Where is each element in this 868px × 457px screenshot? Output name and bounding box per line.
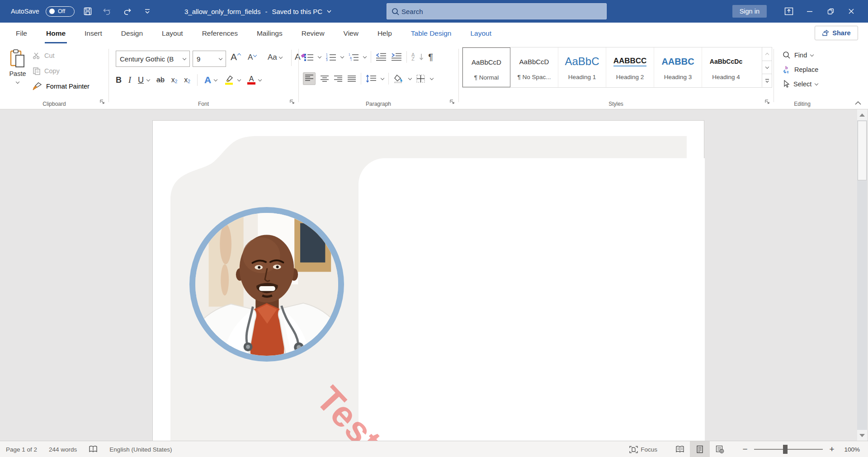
scroll-up-button[interactable] bbox=[857, 109, 867, 120]
format-painter-button[interactable]: Format Painter bbox=[33, 80, 90, 93]
select-button[interactable]: Select bbox=[783, 78, 818, 90]
styles-dialog-launcher[interactable] bbox=[764, 98, 770, 106]
page-number-indicator[interactable]: Page 1 of 2 bbox=[6, 446, 37, 453]
highlight-button[interactable] bbox=[224, 75, 235, 85]
subscript-button[interactable]: x2 bbox=[171, 76, 178, 84]
style-normal[interactable]: AaBbCcD ¶ Normal bbox=[462, 47, 510, 87]
align-left-button[interactable] bbox=[303, 72, 316, 85]
style-heading-3[interactable]: AABBC Heading 3 bbox=[654, 47, 702, 87]
proofing-status-button[interactable] bbox=[89, 445, 98, 453]
document-area[interactable]: Test bbox=[0, 109, 868, 441]
zoom-in-button[interactable]: + bbox=[827, 444, 836, 454]
customize-quick-access-toolbar-button[interactable] bbox=[141, 3, 154, 19]
tab-references[interactable]: References bbox=[193, 23, 247, 45]
numbered-list-chevron[interactable] bbox=[340, 54, 344, 58]
zoom-slider-thumb[interactable] bbox=[783, 445, 788, 454]
tab-help[interactable]: Help bbox=[368, 23, 401, 45]
text-effects-button[interactable]: A bbox=[204, 75, 211, 85]
underline-chevron[interactable] bbox=[146, 77, 150, 81]
font-color-button[interactable]: A bbox=[247, 75, 255, 85]
cut-button[interactable]: Cut bbox=[33, 49, 55, 62]
zoom-out-button[interactable]: − bbox=[741, 444, 750, 454]
grow-font-button[interactable]: A bbox=[231, 52, 241, 62]
paste-dropdown-chevron[interactable] bbox=[16, 80, 19, 84]
tab-mailings[interactable]: Mailings bbox=[247, 23, 292, 45]
select-chevron[interactable] bbox=[815, 81, 818, 85]
tab-table-layout[interactable]: Layout bbox=[461, 23, 501, 45]
borders-chevron[interactable] bbox=[430, 76, 434, 80]
increase-indent-icon[interactable] bbox=[391, 53, 402, 61]
styles-gallery-expand-button[interactable] bbox=[762, 74, 772, 87]
minimize-button[interactable] bbox=[799, 0, 820, 23]
styles-scroll-down-button[interactable] bbox=[762, 61, 772, 75]
sign-in-button[interactable]: Sign in bbox=[732, 5, 767, 18]
tab-file[interactable]: File bbox=[6, 23, 37, 45]
save-button[interactable] bbox=[81, 3, 94, 19]
vertical-scrollbar[interactable] bbox=[857, 109, 867, 441]
redo-button[interactable] bbox=[121, 3, 134, 19]
read-mode-button[interactable] bbox=[670, 441, 690, 457]
tab-table-design[interactable]: Table Design bbox=[401, 23, 461, 45]
font-size-combo[interactable]: 9 bbox=[193, 51, 226, 67]
bullet-list-icon[interactable] bbox=[304, 53, 314, 61]
align-right-icon[interactable] bbox=[334, 75, 343, 82]
tab-home[interactable]: Home bbox=[37, 23, 75, 45]
show-formatting-marks-button[interactable]: ¶ bbox=[428, 52, 433, 62]
italic-button[interactable]: I bbox=[128, 75, 131, 85]
collapse-ribbon-button[interactable] bbox=[854, 99, 862, 108]
web-layout-button[interactable] bbox=[710, 441, 730, 457]
focus-mode-button[interactable]: Focus bbox=[629, 446, 657, 453]
close-button[interactable] bbox=[841, 0, 862, 23]
document-page[interactable]: Test bbox=[152, 120, 704, 441]
clipboard-dialog-launcher[interactable] bbox=[99, 98, 105, 106]
undo-button[interactable] bbox=[101, 3, 114, 19]
bullet-list-chevron[interactable] bbox=[318, 54, 321, 58]
tab-design[interactable]: Design bbox=[112, 23, 152, 45]
text-effects-chevron[interactable] bbox=[214, 77, 217, 81]
line-spacing-chevron[interactable] bbox=[381, 76, 384, 80]
styles-scroll-up-button[interactable] bbox=[762, 47, 772, 61]
tab-layout[interactable]: Layout bbox=[152, 23, 193, 45]
search-input[interactable] bbox=[401, 8, 573, 15]
copy-button[interactable]: Copy bbox=[33, 65, 60, 77]
decrease-indent-icon[interactable] bbox=[376, 53, 387, 61]
bold-button[interactable]: B bbox=[116, 75, 122, 85]
ribbon-display-options-button[interactable] bbox=[778, 0, 799, 23]
shading-icon[interactable] bbox=[393, 74, 404, 83]
shading-chevron[interactable] bbox=[408, 76, 412, 80]
sort-button[interactable]: A Z bbox=[411, 53, 415, 61]
autosave-toggle[interactable]: Off bbox=[46, 6, 75, 17]
style-heading-1[interactable]: AaBbC Heading 1 bbox=[558, 47, 606, 87]
search-bar[interactable] bbox=[387, 3, 607, 19]
document-title[interactable]: 3_allow_only_form_fields - Saved to this… bbox=[184, 0, 331, 23]
replace-button[interactable]: b c Replace bbox=[783, 63, 818, 76]
find-chevron[interactable] bbox=[810, 52, 814, 56]
print-layout-button[interactable] bbox=[690, 441, 710, 457]
numbered-list-icon[interactable]: 1 2 3 bbox=[326, 53, 336, 61]
style-no-spacing[interactable]: AaBbCcD ¶ No Spac... bbox=[510, 47, 558, 87]
font-dialog-launcher[interactable] bbox=[289, 98, 295, 106]
font-color-chevron[interactable] bbox=[258, 77, 262, 81]
restore-button[interactable] bbox=[820, 0, 841, 23]
style-heading-2[interactable]: AABBCC Heading 2 bbox=[606, 47, 654, 87]
borders-icon[interactable] bbox=[416, 74, 426, 83]
scroll-down-button[interactable] bbox=[857, 430, 867, 441]
find-button[interactable]: Find bbox=[783, 49, 813, 61]
multilevel-list-chevron[interactable] bbox=[363, 54, 367, 58]
doctor-photo[interactable] bbox=[189, 207, 344, 362]
line-spacing-icon[interactable] bbox=[366, 75, 377, 83]
align-center-icon[interactable] bbox=[320, 75, 329, 82]
word-count-indicator[interactable]: 244 words bbox=[49, 446, 77, 453]
strikethrough-button[interactable]: ab bbox=[156, 76, 165, 84]
justify-icon[interactable] bbox=[347, 75, 356, 82]
paragraph-dialog-launcher[interactable] bbox=[449, 98, 455, 106]
font-name-combo[interactable]: Century Gothic (B bbox=[116, 51, 190, 67]
tab-review[interactable]: Review bbox=[292, 23, 334, 45]
language-indicator[interactable]: English (United States) bbox=[109, 446, 172, 453]
scrollbar-thumb[interactable] bbox=[858, 121, 867, 180]
style-heading-4[interactable]: AaBbCcDc Heading 4 bbox=[702, 47, 750, 87]
underline-button[interactable]: U bbox=[138, 75, 144, 85]
multilevel-list-icon[interactable]: 1 a i bbox=[348, 53, 359, 61]
tab-insert[interactable]: Insert bbox=[75, 23, 112, 45]
highlight-chevron[interactable] bbox=[237, 77, 241, 81]
